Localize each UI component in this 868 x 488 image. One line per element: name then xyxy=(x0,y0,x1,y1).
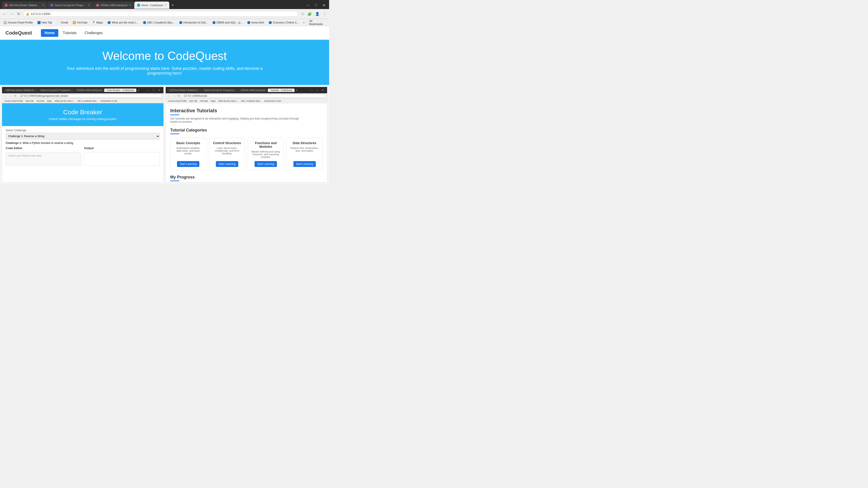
right-bm-7[interactable]: Introduction to Dat... xyxy=(264,100,283,102)
bookmark-home-label: home.html xyxy=(251,21,264,24)
cb-challenge-select[interactable]: Challenge 1: Reverse a String xyxy=(6,133,160,140)
bookmark-maps[interactable]: 📍 Maps xyxy=(90,21,105,25)
tab-2[interactable]: 🎮 Game Concept for Programm... ✕ xyxy=(48,2,93,9)
nav-challenges[interactable]: Challenges xyxy=(81,29,106,37)
cb-select-label: Select Challenge: xyxy=(6,129,160,132)
profile-icon[interactable]: 👤 xyxy=(314,11,320,17)
left-tab-3[interactable]: VISHAL-038/CodeQuest xyxy=(74,89,104,92)
all-bookmarks-button[interactable]: All Bookmarks xyxy=(308,19,328,26)
extensions-icon[interactable]: 🧩 xyxy=(307,11,313,17)
tab-1-favicon: 🎵 xyxy=(4,4,8,7)
reload-button[interactable]: ↻ xyxy=(16,11,21,17)
bookmark-star-icon[interactable]: ☆ xyxy=(300,11,305,17)
youtube-icon: ▶️ xyxy=(72,21,76,24)
nav-tutorials[interactable]: Tutorials xyxy=(59,29,80,37)
left-minimize-button[interactable]: ─ xyxy=(146,88,151,92)
left-bm-6[interactable]: ABC | Academic Ban... xyxy=(76,100,99,102)
right-close-button[interactable]: ✕ xyxy=(320,88,325,92)
bookmarks-more-button[interactable]: » xyxy=(302,21,306,25)
right-tab-1[interactable]: (28) One Dream | Babbal R... xyxy=(167,89,202,92)
cb-editors: Code Editor # Enter your Python code her… xyxy=(6,147,160,166)
right-bm-5[interactable]: What are the most c... xyxy=(217,100,239,102)
tab-2-favicon: 🎮 xyxy=(50,4,53,7)
start-learning-data-button[interactable]: Start Learning xyxy=(293,161,316,167)
left-tab-2[interactable]: Game Concept for Programm... xyxy=(38,89,74,92)
forward-button[interactable]: → xyxy=(9,11,14,17)
maximize-button[interactable]: □ xyxy=(313,2,319,8)
left-bm-7[interactable]: Introduction to Dat... xyxy=(100,100,120,102)
cb-editor-area[interactable]: # Enter your Python code here xyxy=(6,152,81,166)
close-button[interactable]: ✕ xyxy=(321,2,327,8)
menu-icon[interactable]: ⋮ xyxy=(322,11,327,17)
nav-home[interactable]: Home xyxy=(41,29,58,37)
tab-1[interactable]: 🎵 (28) One Dream | Babbal R... ✕ xyxy=(2,2,47,9)
bookmark-intro[interactable]: 🔵 Introduction to Dat... xyxy=(177,21,210,25)
left-tab-4[interactable]: Code Breaker - CodeQuest xyxy=(104,89,136,92)
right-bm-2[interactable]: New Tab xyxy=(188,100,198,102)
bookmark-abc-label: ABC | Academic Ban... xyxy=(147,21,175,24)
left-bm-1[interactable]: Access Panel Profile xyxy=(3,100,24,102)
bookmark-abc[interactable]: 🔵 ABC | Academic Ban... xyxy=(141,21,176,25)
bookmark-6-icon: 🔵 xyxy=(143,21,146,24)
address-bar[interactable]: 🔒 127.0.0.1:5000 xyxy=(23,11,298,17)
hero-title: Welcome to CodeQuest xyxy=(102,49,227,63)
tab-1-close[interactable]: ✕ xyxy=(42,4,44,7)
category-card-functions: Functions and Modules Master defining an… xyxy=(248,138,284,170)
right-back-button[interactable]: ← xyxy=(167,94,171,98)
right-tab-4[interactable]: Tutorials - CodeQuest xyxy=(268,89,294,92)
gmail-icon: ✉️ xyxy=(57,21,60,24)
left-panel-controls: ─ □ ✕ xyxy=(146,88,162,92)
bookmark-access-panel[interactable]: 🪟 Access Panel Profile xyxy=(2,21,35,25)
left-bm-3[interactable]: YouTube xyxy=(35,100,45,102)
bookmark-dbms[interactable]: 🔵 DBMS and SQL – p... xyxy=(211,21,244,25)
category-basic-title: Basic Concepts xyxy=(174,141,203,145)
right-bm-6[interactable]: ABC | Academic Ban... xyxy=(240,100,262,102)
bookmark-new-tab[interactable]: 🟦 New Tab xyxy=(35,21,54,25)
right-bm-4[interactable]: Maps xyxy=(210,100,217,102)
tab-3[interactable]: 🐙 VISHAL-038/CodeQuest ✕ xyxy=(93,2,134,9)
right-address-row: ← → ↻ 127.0.0.1:5000/tutorials xyxy=(166,93,327,99)
left-bm-2[interactable]: New Tab xyxy=(25,100,35,102)
start-learning-control-button[interactable]: Start Learning xyxy=(216,161,238,167)
right-address-bar[interactable]: 127.0.0.1:5000/tutorials xyxy=(182,94,326,98)
new-tab-button[interactable]: + xyxy=(170,3,176,8)
tab-3-close[interactable]: ✕ xyxy=(129,4,131,7)
right-new-tab-button[interactable]: + xyxy=(295,88,299,92)
bookmark-youtube[interactable]: ▶️ YouTube xyxy=(71,21,89,25)
left-back-button[interactable]: ← xyxy=(3,94,7,98)
minimize-button[interactable]: ─ xyxy=(305,2,311,8)
left-reload-button[interactable]: ↻ xyxy=(13,94,17,98)
category-control-desc: Learn about loops, conditionals, and err… xyxy=(213,147,242,158)
tutorial-categories-underline xyxy=(170,133,179,134)
bookmark-what[interactable]: 🔵 What are the most c... xyxy=(105,21,140,25)
left-address-bar[interactable]: 127.0.0.1:5000/challenges/games/code_bre… xyxy=(18,94,162,98)
codequest-logo[interactable]: CodeQuest xyxy=(5,30,32,36)
left-forward-button[interactable]: → xyxy=(8,94,12,98)
right-forward-button[interactable]: → xyxy=(172,94,176,98)
left-maximize-button[interactable]: □ xyxy=(151,88,156,92)
right-tab-2[interactable]: Game Concept for Programm... xyxy=(202,89,238,92)
left-new-tab-button[interactable]: + xyxy=(137,88,141,92)
bookmark-home[interactable]: 🔵 home.html xyxy=(245,21,266,25)
start-learning-functions-button[interactable]: Start Learning xyxy=(254,161,277,167)
right-tab-3[interactable]: VISHAL-038/CodeQuest xyxy=(238,89,268,92)
left-panel: (28) One Dream | Babbal R... Game Concep… xyxy=(2,87,164,183)
left-tab-1[interactable]: (28) One Dream | Babbal R... xyxy=(4,89,38,92)
back-button[interactable]: ← xyxy=(2,11,7,17)
left-bm-5[interactable]: What are the most c... xyxy=(54,100,75,102)
left-bm-4[interactable]: Maps xyxy=(46,100,53,102)
tab-4-close[interactable]: ✕ xyxy=(164,4,166,7)
right-minimize-button[interactable]: ─ xyxy=(309,88,314,92)
right-reload-button[interactable]: ↻ xyxy=(177,94,181,98)
right-bm-3[interactable]: YouTube xyxy=(199,100,209,102)
tab-4[interactable]: 🌐 Home - CodeQuest ✕ xyxy=(134,2,169,9)
left-close-button[interactable]: ✕ xyxy=(157,88,162,92)
bookmark-coursera[interactable]: 🔵 Coursera | Online C... xyxy=(267,21,301,25)
start-learning-basic-button[interactable]: Start Learning xyxy=(177,161,199,167)
toolbar-icons: ☆ 🧩 👤 ⋮ xyxy=(300,11,327,17)
right-maximize-button[interactable]: □ xyxy=(315,88,319,92)
bookmark-gmail[interactable]: ✉️ Gmail xyxy=(55,21,70,25)
right-bm-1[interactable]: Access Panel Profile xyxy=(167,100,188,102)
cb-subtitle: Unlock hidden messages by solving coding… xyxy=(7,117,158,121)
tab-2-close[interactable]: ✕ xyxy=(88,4,90,7)
